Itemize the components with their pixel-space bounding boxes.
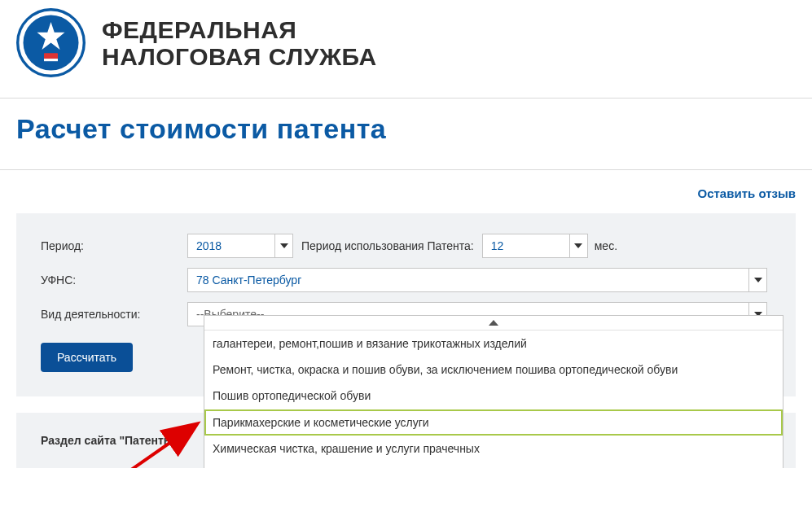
divider xyxy=(0,169,812,170)
org-title-line1: ФЕДЕРАЛЬНАЯ xyxy=(102,16,377,43)
duration-select[interactable]: 12 xyxy=(482,234,588,258)
dropdown-item[interactable]: Химическая чистка, крашение и услуги пра… xyxy=(204,436,783,462)
fns-emblem xyxy=(16,8,86,77)
org-title: ФЕДЕРАЛЬНАЯ НАЛОГОВАЯ СЛУЖБА xyxy=(102,16,377,70)
activity-dropdown: галантереи, ремонт,пошив и вязание трико… xyxy=(204,315,783,468)
dropdown-item[interactable]: Ремонт, чистка, окраска и пошив обуви, з… xyxy=(204,357,783,383)
unit-label: мес. xyxy=(595,239,617,252)
divider xyxy=(0,98,812,99)
ufns-select[interactable]: 78 Санкт-Петербург xyxy=(187,268,767,292)
feedback-link[interactable]: Оставить отзыв xyxy=(698,186,797,200)
section-footer-label: Раздел сайта "Патентная xyxy=(41,434,183,447)
chevron-down-icon xyxy=(274,234,292,257)
svg-rect-4 xyxy=(44,61,58,63)
ufns-value: 78 Санкт-Петербург xyxy=(188,269,766,291)
period-row: Период: 2018 Период использования Патент… xyxy=(41,234,771,258)
feedback-link-wrap: Оставить отзыв xyxy=(0,178,812,213)
org-title-line2: НАЛОГОВАЯ СЛУЖБА xyxy=(102,43,377,70)
form-container: Период: 2018 Период использования Патент… xyxy=(16,213,796,396)
dropdown-item[interactable]: Изготовление и ремонт металлической гала… xyxy=(204,462,783,468)
chevron-down-icon xyxy=(748,269,766,291)
svg-rect-2 xyxy=(44,53,58,59)
dropdown-item-highlighted[interactable]: Парикмахерские и косметические услуги xyxy=(204,409,783,436)
chevron-down-icon xyxy=(569,234,587,257)
ufns-row: УФНС: 78 Санкт-Петербург xyxy=(41,268,771,292)
calculate-button[interactable]: Рассчитать xyxy=(41,343,133,372)
period-select[interactable]: 2018 xyxy=(187,234,293,258)
scroll-up-icon[interactable] xyxy=(204,316,783,331)
svg-rect-3 xyxy=(44,59,58,61)
dropdown-item[interactable]: галантереи, ремонт,пошив и вязание трико… xyxy=(204,331,783,357)
usage-label: Период использования Патента: xyxy=(301,239,474,252)
period-label: Период: xyxy=(41,239,187,252)
ufns-label: УФНС: xyxy=(41,274,187,287)
dropdown-item[interactable]: Пошив ортопедической обуви xyxy=(204,383,783,409)
header: ФЕДЕРАЛЬНАЯ НАЛОГОВАЯ СЛУЖБА xyxy=(0,0,812,85)
page-title: Расчет стоимости патента xyxy=(0,107,812,157)
activity-label: Вид деятельности: xyxy=(41,308,187,321)
